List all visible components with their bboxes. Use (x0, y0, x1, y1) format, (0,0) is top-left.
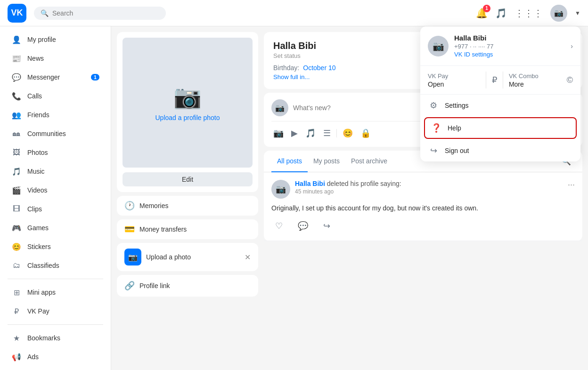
sidebar-item-ads[interactable]: 📢 Ads (4, 347, 107, 366)
tab-my-posts[interactable]: My posts (308, 151, 345, 172)
memories-card[interactable]: 🕐 Memories (117, 196, 258, 216)
sidebar-item-news[interactable]: 📰 News (4, 49, 107, 68)
sidebar-label-stickers: Stickers (27, 243, 51, 250)
sidebar-item-messenger[interactable]: 💬 Messenger 1 (4, 68, 107, 87)
post-lock-button[interactable]: 🔒 (359, 126, 373, 140)
post-photo-button[interactable]: 📷 (271, 126, 286, 140)
signout-icon: ↪ (428, 145, 439, 156)
sidebar-item-communities[interactable]: 🏘 Communities (4, 124, 107, 143)
communities-icon: 🏘 (11, 129, 22, 139)
user-dropdown-menu: 📷 Halla Bibi +977 · ·· ···· 77 VK ID set… (420, 26, 580, 161)
sidebar-item-bookmarks[interactable]: ★ Bookmarks (4, 329, 107, 347)
post-list-button[interactable]: ☰ (321, 126, 333, 140)
music-button[interactable]: 🎵 (495, 8, 507, 19)
apps-grid-button[interactable]: ⋮⋮⋮ (514, 8, 543, 19)
sidebar-label-messenger: Messenger (27, 73, 60, 81)
sidebar-item-games[interactable]: 🎮 Games (4, 218, 107, 237)
post-footer: ♡ 💬 ↪ (271, 219, 575, 233)
left-column: 📷 Upload a profile photo Edit 🕐 Memories… (117, 32, 258, 364)
mini-apps-icon: ⊞ (11, 287, 22, 298)
classifieds-icon: 🗂 (11, 260, 22, 271)
header-dropdown-arrow[interactable]: ▼ (575, 10, 580, 16)
dropdown-signout-item[interactable]: ↪ Sign out (420, 140, 580, 161)
dropdown-user-row[interactable]: 📷 Halla Bibi +977 · ·· ···· 77 VK ID set… (420, 26, 580, 66)
help-icon: ❓ (431, 123, 442, 133)
sidebar-item-vk-pay[interactable]: ₽ VK Pay (4, 302, 107, 321)
profile-link-text: Profile link (139, 282, 170, 290)
search-bar[interactable]: 🔍 (34, 7, 166, 20)
post-user-name[interactable]: Halla Bibi (295, 180, 325, 187)
post-share-button[interactable]: ↪ (319, 219, 334, 233)
dropdown-vk-pay-item: VK Pay Open (428, 72, 480, 88)
dropdown-user-details: Halla Bibi +977 · ·· ···· 77 VK ID setti… (454, 34, 493, 58)
dropdown-settings-item[interactable]: ⚙ Settings (420, 95, 580, 116)
posts-section: All posts My posts Post archive 🔍 📷 Hall… (264, 151, 582, 241)
sidebar-item-classifieds[interactable]: 🗂 Classifieds (4, 256, 107, 275)
news-icon: 📰 (11, 53, 22, 64)
dropdown-vk-id-settings-link[interactable]: VK ID settings (454, 51, 493, 58)
sidebar-label-videos: Videos (27, 186, 48, 194)
post-item: 📷 Halla Bibi deleted his profile saying:… (264, 172, 582, 241)
sidebar-label-bookmarks: Bookmarks (27, 334, 60, 342)
dropdown-chevron-icon: › (571, 42, 573, 50)
money-transfers-card[interactable]: 💳 Money transfers (117, 219, 258, 239)
search-input[interactable] (52, 9, 159, 17)
dropdown-user-name: Halla Bibi (454, 34, 493, 42)
upload-photo-close-button[interactable]: ✕ (245, 253, 251, 262)
friends-icon: 👥 (11, 110, 22, 120)
user-avatar-button[interactable]: 📷 (550, 5, 567, 22)
videos-icon: 🎬 (11, 185, 22, 195)
games-icon: 🎮 (11, 223, 22, 233)
sidebar-item-friends[interactable]: 👥 Friends (4, 105, 107, 124)
post-comment-button[interactable]: 💬 (294, 219, 312, 233)
sidebar-item-calls[interactable]: 📞 Calls (4, 87, 107, 105)
dropdown-vk-pay-action[interactable]: Open (428, 80, 480, 88)
post-composer-avatar: 📷 (271, 99, 288, 116)
sidebar-divider-2 (8, 324, 103, 325)
app: VK 🔍 🔔 1 🎵 ⋮⋮⋮ 📷 ▼ 👤 My profile (0, 0, 588, 370)
sidebar-label-photos: Photos (27, 149, 48, 156)
post-user-action: deleted his profile saying: (327, 180, 401, 187)
dropdown-vk-combo-label: VK Combo (509, 72, 561, 80)
sidebar-item-photos[interactable]: 🖼 Photos (4, 143, 107, 162)
music-icon: 🎵 (11, 166, 22, 177)
dropdown-user-avatar: 📷 (428, 36, 449, 56)
profile-link-card[interactable]: 🔗 Profile link (117, 275, 258, 297)
sidebar-item-videos[interactable]: 🎬 Videos (4, 181, 107, 200)
sidebar-label-music: Music (27, 168, 45, 175)
upload-profile-photo-link[interactable]: Upload a profile photo (155, 114, 220, 121)
search-icon: 🔍 (41, 9, 49, 17)
sidebar-item-clips[interactable]: 🎞 Clips (4, 200, 107, 218)
sidebar-item-my-profile[interactable]: 👤 My profile (4, 30, 107, 49)
dropdown-help-item[interactable]: ❓ Help (424, 117, 577, 139)
header: VK 🔍 🔔 1 🎵 ⋮⋮⋮ 📷 ▼ (0, 0, 588, 26)
sidebar-label-friends: Friends (27, 111, 49, 119)
sidebar-label-news: News (27, 55, 44, 62)
tab-post-archive[interactable]: Post archive (345, 151, 393, 172)
sidebar-label-mini-apps: Mini apps (27, 289, 56, 296)
sidebar: 👤 My profile 📰 News 💬 Messenger 1 📞 Call… (0, 26, 111, 370)
notifications-button[interactable]: 🔔 1 (476, 8, 488, 19)
dropdown-ruble-icon: ₽ (492, 75, 497, 85)
dropdown-combo-icon: © (567, 75, 573, 85)
edit-profile-button[interactable]: Edit (122, 172, 253, 186)
header-icons: 🔔 1 🎵 ⋮⋮⋮ 📷 ▼ (476, 5, 580, 22)
profile-icon: 👤 (11, 34, 22, 45)
tab-all-posts[interactable]: All posts (271, 151, 308, 172)
post-music-button[interactable]: 🎵 (303, 126, 318, 140)
dropdown-vk-combo-action[interactable]: More (509, 80, 561, 88)
sidebar-item-mini-apps[interactable]: ⊞ Mini apps (4, 283, 107, 302)
dropdown-pay-row: VK Pay Open ₽ VK Combo More © (420, 66, 580, 95)
photo-placeholder: 📷 Upload a profile photo (122, 38, 253, 168)
post-video-button[interactable]: ▶ (289, 126, 300, 140)
sidebar-item-music[interactable]: 🎵 Music (4, 162, 107, 181)
post-like-button[interactable]: ♡ (271, 219, 286, 233)
post-menu-button[interactable]: ··· (568, 180, 575, 190)
dropdown-vk-combo-item: VK Combo More (509, 72, 561, 88)
upload-photo-text: Upload a photo (146, 253, 240, 261)
post-action-divider (336, 129, 337, 137)
post-emoji-button[interactable]: 😊 (341, 126, 355, 140)
upload-photo-card: 📷 Upload a photo ✕ (117, 243, 258, 271)
sidebar-item-stickers[interactable]: 😊 Stickers (4, 237, 107, 256)
vk-logo[interactable]: VK (8, 4, 26, 23)
